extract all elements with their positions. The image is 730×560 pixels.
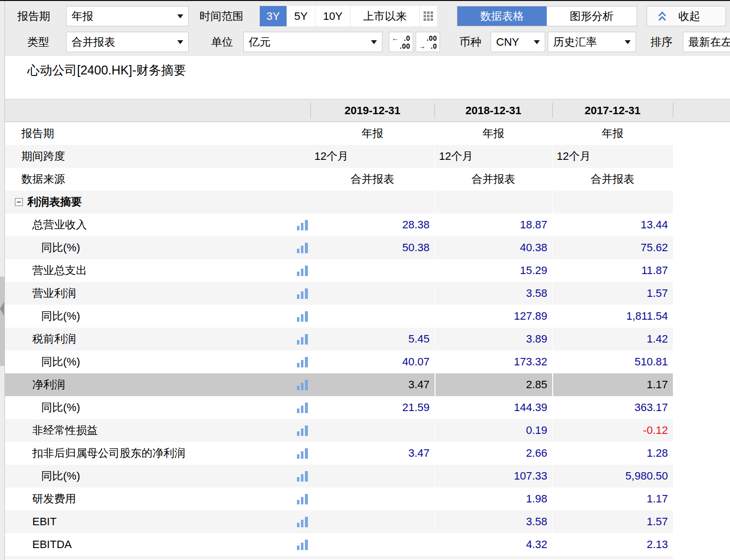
time-5y-button[interactable]: 5Y (287, 6, 315, 26)
table-row[interactable]: 同比(%)50.3840.3875.62 (5, 236, 730, 259)
cell-empty (673, 350, 730, 373)
unit-value: 亿元 (249, 35, 271, 50)
grid-icon (424, 11, 433, 21)
table-row[interactable]: 净利润3.472.851.17 (5, 373, 730, 396)
cell-empty (673, 488, 730, 510)
table-row[interactable]: 研发费用1.981.17 (5, 488, 730, 510)
cell-value: 3.58 (435, 510, 552, 533)
cell-value: 合并报表 (310, 168, 435, 191)
cell-value: 年报 (435, 122, 552, 145)
collapse-label: 收起 (678, 9, 700, 24)
row-label: 研发费用 (32, 491, 76, 506)
table-row[interactable]: 营业总支出15.2911.87 (5, 259, 730, 282)
cell-value (310, 282, 435, 305)
cell-value: 4.32 (435, 533, 552, 556)
custom-range-grid-button[interactable] (420, 6, 437, 26)
cell-empty (673, 373, 730, 396)
cell-value (310, 305, 435, 328)
row-label: 利润表摘要 (27, 195, 82, 210)
cell-value: 13.44 (552, 213, 673, 236)
cell-value: 50.38 (310, 236, 435, 259)
bar-chart-icon (297, 356, 309, 367)
table-row[interactable]: 税前利润5.453.891.42 (5, 328, 730, 350)
row-label: 数据来源 (21, 172, 65, 187)
cell-empty (673, 122, 730, 145)
currency-dropdown[interactable]: CNY (491, 32, 545, 52)
cell-value: 510.81 (552, 350, 673, 373)
tab-data-table[interactable]: 数据表格 (457, 6, 547, 26)
bar-chart-icon (297, 448, 309, 459)
cell-empty (673, 533, 730, 556)
cell-value: 合并报表 (435, 168, 552, 191)
table-row[interactable]: 利润表摘要 (5, 191, 730, 213)
decrease-decimal-button[interactable]: ←.0 .00 (389, 32, 413, 52)
cell-empty (673, 259, 730, 282)
row-label: 净利润 (32, 377, 65, 392)
cell-empty (673, 510, 730, 533)
chevron-down-icon (534, 40, 540, 44)
row-label: 扣非后归属母公司股东的净利润 (32, 446, 185, 461)
sort-dropdown[interactable]: 最新在左 (683, 32, 730, 52)
cell-value: 40.07 (310, 350, 435, 373)
table-row[interactable]: EBITDA4.322.13 (5, 533, 730, 556)
cell-value: 年报 (552, 122, 673, 145)
increase-decimal-button[interactable]: .00 →.0 (416, 32, 440, 52)
time-3y-button[interactable]: 3Y (260, 6, 287, 26)
table-row[interactable]: 同比(%)127.891,811.54 (5, 305, 730, 328)
collapse-section-icon[interactable] (15, 198, 23, 206)
table-row[interactable]: 同比(%)40.07173.32510.81 (5, 350, 730, 373)
bar-chart-icon (297, 265, 309, 276)
table-row[interactable]: 总营业收入28.3818.8713.44 (5, 213, 730, 236)
type-value: 合并报表 (72, 35, 115, 50)
table-row[interactable]: 同比(%)21.59144.39363.17 (5, 396, 730, 419)
cell-empty (673, 282, 730, 305)
cell-empty (673, 419, 730, 442)
cell-value (552, 191, 673, 213)
cell-value: 3.58 (435, 282, 552, 305)
table-row[interactable]: 非经常性损益0.19-0.12 (5, 419, 730, 442)
table-row[interactable]: 报告期年报年报年报 (5, 122, 730, 145)
cell-value: 1.28 (552, 442, 673, 465)
header-divider (552, 103, 553, 118)
unit-dropdown[interactable]: 亿元 (243, 32, 382, 52)
table-row[interactable]: 期间跨度12个月12个月12个月 (5, 145, 730, 168)
collapse-left-arrow-icon[interactable] (0, 302, 4, 316)
type-label: 类型 (27, 32, 49, 52)
header-col-2018: 2018-12-31 (435, 99, 552, 122)
bar-chart-icon (297, 288, 309, 299)
time-since-listing-button[interactable]: 上市以来 (351, 6, 420, 26)
table-row[interactable]: 同比(%)107.335,980.50 (5, 465, 730, 488)
table-row[interactable]: 数据来源合并报表合并报表合并报表 (5, 168, 730, 191)
chevron-down-icon (177, 14, 183, 18)
double-chevron-up-icon (658, 11, 666, 22)
view-tabs: 数据表格 图形分析 (457, 6, 637, 26)
bar-chart-icon (297, 311, 309, 322)
table-body: 报告期年报年报年报期间跨度12个月12个月12个月数据来源合并报表合并报表合并报… (5, 122, 730, 560)
fx-rate-dropdown[interactable]: 历史汇率 (548, 32, 636, 52)
table-row[interactable]: EBIT3.581.57 (5, 510, 730, 533)
table-row[interactable]: 营业利润3.581.57 (5, 282, 730, 305)
cell-value: 3.47 (310, 373, 435, 396)
tab-chart-analysis[interactable]: 图形分析 (547, 6, 637, 26)
top-border-line (0, 0, 730, 1)
bar-chart-icon (297, 493, 309, 504)
main-panel: 报告期 年报 时间范围 3Y 5Y 10Y 上市以来 数据表格 (5, 0, 730, 560)
cell-empty (673, 213, 730, 236)
cell-value: 12个月 (435, 145, 552, 168)
table-row[interactable]: 扣非后归属母公司股东的净利润3.472.661.28 (5, 442, 730, 465)
bar-chart-icon (297, 334, 309, 345)
cell-empty (673, 328, 730, 350)
left-splitter-handle[interactable] (0, 277, 4, 366)
cell-value (310, 488, 435, 510)
sort-label: 排序 (651, 32, 672, 52)
row-label: 同比(%) (41, 354, 80, 369)
time-10y-button[interactable]: 10Y (315, 6, 351, 26)
report-period-dropdown[interactable]: 年报 (66, 6, 189, 26)
type-dropdown[interactable]: 合并报表 (66, 32, 189, 52)
row-label: EBIT (32, 515, 57, 528)
cell-value (310, 510, 435, 533)
cell-value: -0.12 (552, 419, 673, 442)
left-rail (0, 0, 5, 560)
collapse-button[interactable]: 收起 (647, 6, 726, 26)
chevron-down-icon (625, 40, 631, 44)
